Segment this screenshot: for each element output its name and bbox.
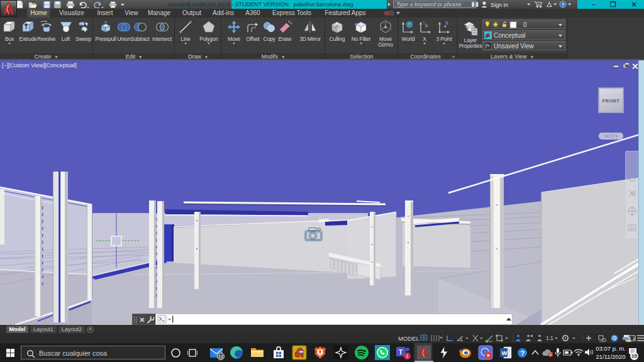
svg-text:3: 3 <box>445 20 448 26</box>
svg-text:x: x <box>425 23 428 28</box>
svg-text:1:1: 1:1 <box>546 335 553 341</box>
svg-text:T: T <box>399 349 402 356</box>
svg-text:?: ? <box>562 2 565 8</box>
svg-text:W: W <box>502 349 508 356</box>
svg-text:?: ? <box>521 349 525 357</box>
svg-text:Sign In: Sign In <box>491 2 508 8</box>
